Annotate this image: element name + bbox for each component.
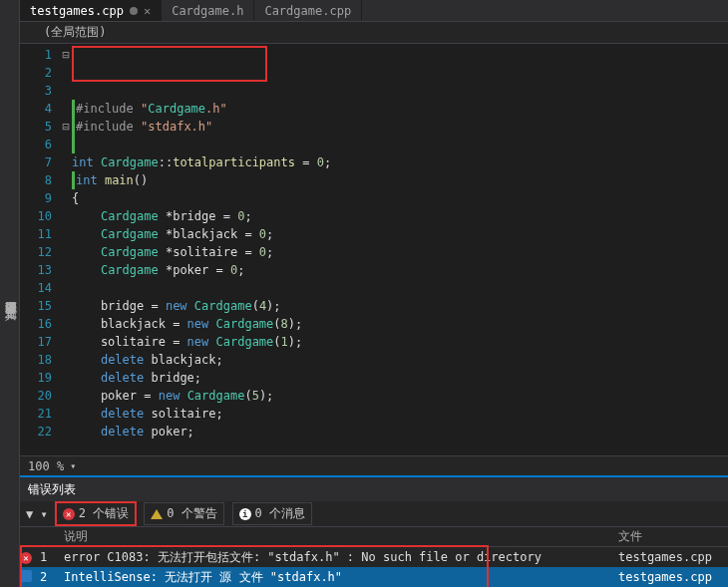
- scope-label: (全局范围): [44, 24, 106, 41]
- line-number: 4: [20, 100, 52, 118]
- fold-toggle: [60, 315, 72, 333]
- code-line[interactable]: Cardgame *solitaire = 0;: [72, 243, 728, 261]
- line-number: 14: [20, 279, 52, 297]
- fold-toggle: [60, 369, 72, 387]
- fold-column[interactable]: ⊟⊟: [60, 44, 72, 455]
- code-line[interactable]: delete poker;: [72, 423, 728, 440]
- zoom-bar[interactable]: 100 % ▾: [20, 455, 728, 475]
- messages-count: 0 个消息: [255, 505, 305, 522]
- code-line[interactable]: delete solitaire;: [72, 405, 728, 423]
- fold-toggle: [60, 333, 72, 351]
- tab[interactable]: Cardgame.cpp: [254, 0, 362, 21]
- fold-toggle: [60, 243, 72, 261]
- fold-toggle: [60, 136, 72, 153]
- fold-toggle: [60, 279, 72, 297]
- zoom-level: 100 %: [28, 459, 64, 473]
- line-number: 16: [20, 315, 52, 333]
- tab-label: testgames.cpp: [30, 4, 124, 18]
- fold-toggle: [60, 297, 72, 315]
- error-desc: IntelliSense: 无法打开 源 文件 "stdafx.h": [60, 569, 618, 586]
- line-number: 19: [20, 369, 52, 387]
- code-line[interactable]: #include "stdafx.h": [72, 118, 728, 136]
- code-area[interactable]: #include "Cardgame.h"#include "stdafx.h"…: [72, 44, 728, 455]
- code-editor[interactable]: 12345678910111213141516171819202122 ⊟⊟ #…: [20, 44, 728, 455]
- code-line[interactable]: [72, 279, 728, 297]
- fold-toggle: [60, 171, 72, 189]
- fold-toggle: [60, 207, 72, 225]
- warning-icon: [151, 509, 163, 519]
- fold-toggle: [60, 82, 72, 100]
- highlight-box: [72, 46, 267, 82]
- fold-toggle: [60, 387, 72, 405]
- code-line[interactable]: bridge = new Cardgame(4);: [72, 297, 728, 315]
- scope-bar[interactable]: (全局范围): [20, 22, 728, 44]
- change-marker: [72, 100, 75, 118]
- col-file[interactable]: 文件: [618, 528, 728, 545]
- messages-filter[interactable]: i 0 个消息: [232, 502, 312, 525]
- code-line[interactable]: int Cardgame::totalparticipants = 0;: [72, 153, 728, 171]
- error-grid: 说明 文件 ✕1error C1083: 无法打开包括文件: "stdafx.h…: [20, 527, 728, 587]
- change-marker: [72, 118, 75, 136]
- line-number: 12: [20, 243, 52, 261]
- fold-toggle: [60, 64, 72, 82]
- code-line[interactable]: [72, 440, 728, 455]
- change-marker: [72, 136, 75, 153]
- code-line[interactable]: delete bridge;: [72, 369, 728, 387]
- info-icon: i: [239, 508, 251, 520]
- code-line[interactable]: delete blackjack;: [72, 351, 728, 369]
- code-line[interactable]: solitaire = new Cardgame(1);: [72, 333, 728, 351]
- error-file: testgames.cpp: [618, 550, 728, 564]
- errors-filter[interactable]: ✕ 2 个错误: [56, 502, 136, 525]
- line-number: 1: [20, 46, 52, 64]
- code-line[interactable]: Cardgame *bridge = 0;: [72, 207, 728, 225]
- line-number: 3: [20, 82, 52, 100]
- line-number: 5: [20, 118, 52, 136]
- code-line[interactable]: poker = new Cardgame(5);: [72, 387, 728, 405]
- code-line[interactable]: Cardgame *poker = 0;: [72, 261, 728, 279]
- error-row[interactable]: 2IntelliSense: 无法打开 源 文件 "stdafx.h"testg…: [20, 567, 728, 587]
- fold-toggle: [60, 351, 72, 369]
- line-number: 18: [20, 351, 52, 369]
- chevron-down-icon[interactable]: ▾: [70, 460, 76, 471]
- pin-icon[interactable]: [130, 7, 138, 15]
- errors-count: 2 个错误: [79, 505, 129, 522]
- code-line[interactable]: #include "Cardgame.h": [72, 100, 728, 118]
- fold-toggle: [60, 189, 72, 207]
- line-number: 13: [20, 261, 52, 279]
- code-line[interactable]: {: [72, 189, 728, 207]
- line-number: 8: [20, 171, 52, 189]
- warnings-filter[interactable]: 0 个警告: [144, 502, 223, 525]
- fold-toggle: [60, 153, 72, 171]
- error-icon: ✕: [63, 508, 75, 520]
- code-line[interactable]: int main(): [72, 171, 728, 189]
- line-number: 17: [20, 333, 52, 351]
- tab-label: Cardgame.h: [172, 4, 243, 18]
- tab[interactable]: Cardgame.h: [162, 0, 254, 21]
- warnings-count: 0 个警告: [167, 505, 216, 522]
- row-index: 1: [40, 550, 60, 564]
- line-number: 10: [20, 207, 52, 225]
- fold-toggle: [60, 261, 72, 279]
- line-number: 15: [20, 297, 52, 315]
- col-desc[interactable]: 说明: [60, 528, 618, 545]
- error-desc: error C1083: 无法打开包括文件: "stdafx.h" : No s…: [60, 549, 618, 566]
- error-list-title: 错误列表: [20, 477, 728, 501]
- tab[interactable]: testgames.cpp✕: [20, 0, 162, 21]
- error-list-panel: 错误列表 ▼ ▾ ✕ 2 个错误 0 个警告 i 0 个消息 说明 文件 ✕1e…: [20, 475, 728, 587]
- code-line[interactable]: Cardgame *blackjack = 0;: [72, 225, 728, 243]
- fold-toggle[interactable]: ⊟: [60, 118, 72, 136]
- filter-icon[interactable]: ▼ ▾: [26, 507, 48, 521]
- code-line[interactable]: blackjack = new Cardgame(8);: [72, 315, 728, 333]
- left-sidebar[interactable]: 服务器资源管理器 工具箱: [0, 0, 20, 587]
- error-rows: ✕1error C1083: 无法打开包括文件: "stdafx.h" : No…: [20, 547, 728, 587]
- close-icon[interactable]: ✕: [144, 4, 151, 18]
- tab-bar: testgames.cpp✕Cardgame.hCardgame.cpp: [20, 0, 728, 22]
- fold-toggle[interactable]: ⊟: [60, 46, 72, 64]
- error-grid-header[interactable]: 说明 文件: [20, 527, 728, 547]
- fold-toggle: [60, 225, 72, 243]
- tab-label: Cardgame.cpp: [264, 4, 351, 18]
- line-number: 22: [20, 423, 52, 440]
- error-row[interactable]: ✕1error C1083: 无法打开包括文件: "stdafx.h" : No…: [20, 547, 728, 567]
- line-number: 6: [20, 136, 52, 153]
- code-line[interactable]: [72, 136, 728, 153]
